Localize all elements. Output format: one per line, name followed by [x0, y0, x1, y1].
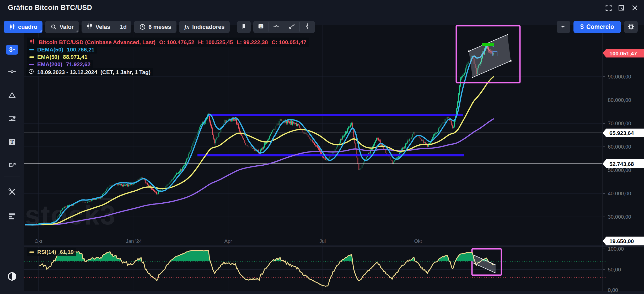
ema50-value: 88.971,41 [63, 54, 87, 60]
chart-widget: stock3 Gráfico Bitcoin BTC/USD cuadro Va… [0, 0, 644, 294]
ema50-name: EMA(50) [37, 54, 59, 60]
svg-text:0,00: 0,00 [608, 287, 618, 293]
page-title: Gráfico Bitcoin BTC/USD [8, 0, 92, 15]
svg-text:Apr: Apr [224, 238, 232, 244]
legend-rsi-row[interactable]: RSI(14) 61,19 [27, 248, 76, 256]
hline-tool-button[interactable] [269, 21, 284, 33]
rsi-swatch-icon [29, 251, 34, 253]
candles-icon [29, 38, 35, 46]
bookmark-button[interactable] [237, 21, 251, 33]
divider [4, 176, 20, 176]
stock3-logo-icon: 3+ [6, 45, 18, 55]
svg-text:50,00: 50,00 [608, 267, 621, 272]
triangle-icon [8, 91, 17, 101]
sidebar-item-shapes-tool[interactable] [0, 88, 24, 103]
chart-canvas[interactable]: 90.000,0080.000,0070.000,0060.000,0050.0… [24, 25, 644, 294]
sidebar-item-theme-toggle[interactable] [0, 269, 24, 284]
rsi-value: 61,19 [60, 249, 74, 255]
sidebar-item-layout-tool[interactable] [0, 209, 24, 224]
svg-text:30.000,00: 30.000,00 [608, 214, 631, 220]
time-range-button[interactable]: 6 meses [134, 21, 176, 33]
time-range-label: 6 meses [148, 24, 171, 30]
corner-fold [76, 30, 78, 32]
sidebar-item-hline-tool[interactable] [0, 65, 24, 79]
candle-style-button[interactable]: Velas [82, 21, 115, 33]
svg-text:65.923,64: 65.923,64 [609, 130, 634, 136]
svg-text:19.650,00: 19.650,00 [609, 238, 634, 244]
svg-text:100.051,47: 100.051,47 [609, 50, 637, 56]
vline-tool-button[interactable] [300, 21, 315, 33]
legend-high: H: 100.525,45 [198, 39, 233, 45]
trade-label: Comercio [586, 23, 614, 30]
svg-text:60.000,00: 60.000,00 [608, 144, 631, 150]
toolbar: cuadro Valor Velas 1d 6 meses [0, 21, 644, 33]
close-icon [630, 4, 639, 12]
bookmark-icon [241, 23, 247, 30]
legend-date-range: 18.09.2023 - 13.12.2024 [37, 69, 97, 75]
svg-text:90.000,00: 90.000,00 [608, 74, 631, 80]
popout-button[interactable] [617, 4, 626, 12]
legend-ema50-row[interactable]: EMA(50) 88.971,41 [27, 53, 90, 61]
svg-text:Okt: Okt [414, 238, 422, 244]
legend-symbol: Bitcoin BTC/USD (Coinbase Advanced, Last… [39, 39, 155, 45]
svg-text:Jan '24: Jan '24 [126, 238, 142, 244]
chart-type-button[interactable]: cuadro [4, 21, 42, 33]
close-button[interactable] [630, 4, 639, 12]
curve-tool-button[interactable] [284, 21, 299, 33]
legend-symbol-row[interactable]: Bitcoin BTC/USD (Coinbase Advanced, Last… [27, 38, 309, 47]
sidebar-item-stock3-tools[interactable]: 3+ [0, 42, 24, 57]
sidebar-item-trendlines-tool[interactable] [0, 111, 24, 126]
ema200-value: 71.922,62 [66, 61, 90, 67]
sidebar-item-utilities-tool[interactable] [0, 185, 24, 200]
svg-text:Jul: Jul [319, 238, 326, 244]
svg-text:40.000,00: 40.000,00 [608, 191, 631, 196]
fullscreen-button[interactable] [604, 4, 613, 12]
fullscreen-icon [604, 4, 613, 12]
settings-button[interactable] [624, 21, 638, 33]
symbol-search-button[interactable]: Valor [45, 21, 79, 33]
fx-icon: fx [184, 23, 190, 30]
interval-button[interactable]: 1d [115, 21, 131, 33]
legend-range-row: 18.09.2023 - 13.12.2024 (CET, 1 Jahr, 1 … [26, 68, 153, 76]
indicators-button[interactable]: fx Indicadores [179, 21, 230, 33]
legend-open: O: 100.476,52 [159, 39, 194, 45]
legend-dema-row[interactable]: DEMA(50) 100.766,21 [27, 46, 97, 54]
chart-type-label: cuadro [18, 24, 37, 30]
ema200-name: EMA(200) [37, 61, 62, 67]
trade-button[interactable]: $ Comercio [573, 21, 621, 33]
sparkles-icon [560, 23, 567, 31]
dema-swatch-icon [29, 49, 34, 50]
trendlines-icon [8, 114, 17, 124]
contrast-icon [7, 272, 17, 282]
ai-magic-button[interactable] [557, 21, 570, 33]
svg-text:E: E [9, 162, 12, 168]
svg-text:T: T [260, 24, 262, 28]
curve-tool-icon [288, 23, 295, 31]
legend-ema200-row[interactable]: EMA(200) 71.922,62 [27, 60, 93, 68]
symbol-search-label: Valor [60, 24, 74, 30]
hline-tool-icon [273, 23, 280, 31]
svg-text:T: T [10, 139, 14, 145]
gear-icon [627, 23, 635, 31]
sidebar-item-elliott-tool[interactable]: E [0, 158, 24, 172]
corner-fold [39, 30, 42, 32]
legend-low: L: 99.222,38 [237, 39, 268, 45]
candle-style-label: Velas [95, 24, 110, 30]
layout-icon [8, 212, 17, 221]
sidebar-item-text-tool[interactable]: T [0, 135, 24, 150]
legend-date-range-info: (CET, 1 Jahr, 1 Tag) [100, 69, 151, 75]
rsi-name: RSI(14) [37, 249, 56, 255]
search-icon [50, 24, 57, 30]
svg-text:80.000,00: 80.000,00 [608, 97, 631, 103]
candles-icon [9, 24, 15, 30]
candles-icon [86, 23, 93, 31]
legend-close: C: 100.051,47 [271, 39, 306, 45]
svg-text:52.743,68: 52.743,68 [609, 161, 634, 167]
vline-tool-icon [304, 23, 311, 31]
titlebar: Gráfico Bitcoin BTC/USD [0, 0, 644, 15]
popout-icon [617, 4, 626, 12]
text-tool-button[interactable]: T [253, 21, 269, 33]
text-tool-icon: T [8, 138, 17, 147]
dollar-icon: $ [580, 23, 584, 30]
svg-text:50.000,00: 50.000,00 [608, 167, 631, 173]
